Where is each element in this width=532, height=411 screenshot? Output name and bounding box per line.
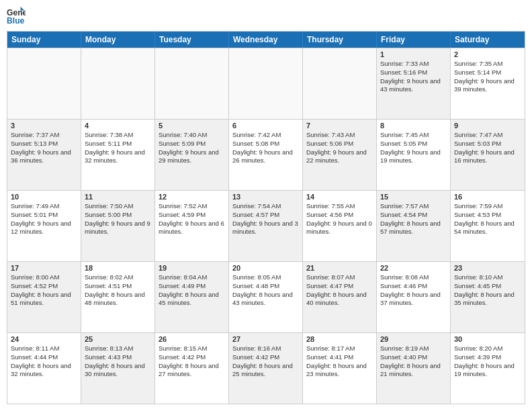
calendar-cell: 1Sunrise: 7:33 AM Sunset: 5:16 PM Daylig…: [377, 48, 451, 119]
calendar-week-5: 24Sunrise: 8:11 AM Sunset: 4:44 PM Dayli…: [7, 332, 525, 404]
day-number: 23: [454, 264, 521, 272]
day-number: 20: [232, 264, 299, 272]
calendar-cell: 28Sunrise: 8:17 AM Sunset: 4:41 PM Dayli…: [303, 333, 377, 404]
day-info: Sunrise: 8:10 AM Sunset: 4:45 PM Dayligh…: [454, 273, 521, 308]
day-number: 25: [85, 335, 151, 343]
day-number: 19: [159, 264, 225, 272]
day-number: 22: [380, 264, 447, 272]
calendar-cell: 13Sunrise: 7:54 AM Sunset: 4:57 PM Dayli…: [229, 191, 303, 261]
calendar-cell: 11Sunrise: 7:50 AM Sunset: 5:00 PM Dayli…: [81, 191, 155, 261]
day-info: Sunrise: 8:04 AM Sunset: 4:49 PM Dayligh…: [159, 273, 225, 308]
calendar-week-2: 3Sunrise: 7:37 AM Sunset: 5:13 PM Daylig…: [7, 119, 525, 190]
calendar-week-3: 10Sunrise: 7:49 AM Sunset: 5:01 PM Dayli…: [7, 190, 525, 261]
day-info: Sunrise: 7:50 AM Sunset: 5:00 PM Dayligh…: [85, 202, 151, 236]
day-info: Sunrise: 7:40 AM Sunset: 5:09 PM Dayligh…: [159, 131, 225, 165]
day-number: 27: [232, 335, 299, 343]
calendar-cell: 7Sunrise: 7:43 AM Sunset: 5:06 PM Daylig…: [303, 120, 377, 190]
calendar-cell: 17Sunrise: 8:00 AM Sunset: 4:52 PM Dayli…: [7, 262, 81, 332]
calendar-cell: 5Sunrise: 7:40 AM Sunset: 5:09 PM Daylig…: [155, 120, 229, 190]
calendar-cell: 14Sunrise: 7:55 AM Sunset: 4:56 PM Dayli…: [303, 191, 377, 261]
day-info: Sunrise: 8:11 AM Sunset: 4:44 PM Dayligh…: [11, 345, 77, 379]
calendar-cell: 25Sunrise: 8:13 AM Sunset: 4:43 PM Dayli…: [81, 333, 155, 404]
calendar-cell: [81, 48, 155, 119]
day-number: 9: [454, 122, 521, 130]
calendar-cell: 4Sunrise: 7:38 AM Sunset: 5:11 PM Daylig…: [81, 120, 155, 190]
day-info: Sunrise: 7:35 AM Sunset: 5:14 PM Dayligh…: [454, 60, 521, 94]
calendar-cell: 3Sunrise: 7:37 AM Sunset: 5:13 PM Daylig…: [7, 120, 81, 190]
day-number: 5: [159, 122, 225, 130]
day-number: 14: [306, 193, 373, 201]
calendar-cell: 18Sunrise: 8:02 AM Sunset: 4:51 PM Dayli…: [81, 262, 155, 332]
day-info: Sunrise: 7:54 AM Sunset: 4:57 PM Dayligh…: [232, 202, 299, 236]
calendar-cell: 16Sunrise: 7:59 AM Sunset: 4:53 PM Dayli…: [451, 191, 525, 261]
day-number: 7: [306, 122, 373, 130]
calendar-cell: [229, 48, 303, 119]
day-info: Sunrise: 7:49 AM Sunset: 5:01 PM Dayligh…: [11, 202, 77, 236]
day-number: 21: [306, 264, 373, 272]
day-info: Sunrise: 7:52 AM Sunset: 4:59 PM Dayligh…: [159, 202, 225, 236]
svg-text:Blue: Blue: [7, 16, 25, 26]
day-info: Sunrise: 7:37 AM Sunset: 5:13 PM Dayligh…: [11, 131, 77, 165]
day-number: 29: [380, 335, 447, 343]
header-day-sunday: Sunday: [7, 32, 81, 48]
day-info: Sunrise: 8:19 AM Sunset: 4:40 PM Dayligh…: [380, 345, 447, 379]
calendar-week-1: 1Sunrise: 7:33 AM Sunset: 5:16 PM Daylig…: [7, 48, 525, 119]
calendar-cell: [7, 48, 81, 119]
header: General Blue: [7, 7, 525, 26]
day-info: Sunrise: 8:02 AM Sunset: 4:51 PM Dayligh…: [85, 273, 151, 308]
calendar-cell: 21Sunrise: 8:07 AM Sunset: 4:47 PM Dayli…: [303, 262, 377, 332]
day-info: Sunrise: 7:43 AM Sunset: 5:06 PM Dayligh…: [306, 131, 373, 165]
day-info: Sunrise: 8:20 AM Sunset: 4:39 PM Dayligh…: [454, 345, 521, 379]
header-day-saturday: Saturday: [451, 32, 525, 48]
day-info: Sunrise: 8:16 AM Sunset: 4:42 PM Dayligh…: [232, 345, 299, 379]
day-number: 16: [454, 193, 521, 201]
header-day-tuesday: Tuesday: [155, 32, 229, 48]
calendar-header: SundayMondayTuesdayWednesdayThursdayFrid…: [7, 32, 525, 48]
day-number: 24: [11, 335, 77, 343]
day-number: 26: [159, 335, 225, 343]
day-info: Sunrise: 7:42 AM Sunset: 5:08 PM Dayligh…: [232, 131, 299, 165]
calendar-cell: 26Sunrise: 8:15 AM Sunset: 4:42 PM Dayli…: [155, 333, 229, 404]
calendar-cell: 22Sunrise: 8:08 AM Sunset: 4:46 PM Dayli…: [377, 262, 451, 332]
day-number: 18: [85, 264, 151, 272]
day-number: 2: [454, 50, 521, 58]
day-number: 13: [232, 193, 299, 201]
day-info: Sunrise: 7:38 AM Sunset: 5:11 PM Dayligh…: [85, 131, 151, 165]
header-day-monday: Monday: [81, 32, 155, 48]
calendar-cell: 29Sunrise: 8:19 AM Sunset: 4:40 PM Dayli…: [377, 333, 451, 404]
day-info: Sunrise: 8:00 AM Sunset: 4:52 PM Dayligh…: [11, 273, 77, 308]
day-number: 1: [380, 50, 447, 58]
logo-icon: General Blue: [7, 7, 26, 26]
day-info: Sunrise: 7:57 AM Sunset: 4:54 PM Dayligh…: [380, 202, 447, 236]
calendar-cell: 6Sunrise: 7:42 AM Sunset: 5:08 PM Daylig…: [229, 120, 303, 190]
calendar-cell: 30Sunrise: 8:20 AM Sunset: 4:39 PM Dayli…: [451, 333, 525, 404]
logo: General Blue: [7, 7, 26, 26]
day-info: Sunrise: 7:45 AM Sunset: 5:05 PM Dayligh…: [380, 131, 447, 165]
calendar-cell: 9Sunrise: 7:47 AM Sunset: 5:03 PM Daylig…: [451, 120, 525, 190]
day-info: Sunrise: 8:05 AM Sunset: 4:48 PM Dayligh…: [232, 273, 299, 308]
calendar-cell: 20Sunrise: 8:05 AM Sunset: 4:48 PM Dayli…: [229, 262, 303, 332]
calendar-cell: [155, 48, 229, 119]
day-info: Sunrise: 8:13 AM Sunset: 4:43 PM Dayligh…: [85, 345, 151, 379]
calendar-cell: 12Sunrise: 7:52 AM Sunset: 4:59 PM Dayli…: [155, 191, 229, 261]
day-number: 15: [380, 193, 447, 201]
day-number: 11: [85, 193, 151, 201]
day-number: 17: [11, 264, 77, 272]
day-info: Sunrise: 7:59 AM Sunset: 4:53 PM Dayligh…: [454, 202, 521, 236]
calendar-cell: 8Sunrise: 7:45 AM Sunset: 5:05 PM Daylig…: [377, 120, 451, 190]
calendar-cell: 27Sunrise: 8:16 AM Sunset: 4:42 PM Dayli…: [229, 333, 303, 404]
calendar-cell: 23Sunrise: 8:10 AM Sunset: 4:45 PM Dayli…: [451, 262, 525, 332]
calendar-cell: 24Sunrise: 8:11 AM Sunset: 4:44 PM Dayli…: [7, 333, 81, 404]
calendar-week-4: 17Sunrise: 8:00 AM Sunset: 4:52 PM Dayli…: [7, 261, 525, 332]
calendar-cell: 10Sunrise: 7:49 AM Sunset: 5:01 PM Dayli…: [7, 191, 81, 261]
day-info: Sunrise: 8:17 AM Sunset: 4:41 PM Dayligh…: [306, 345, 373, 379]
calendar-cell: 19Sunrise: 8:04 AM Sunset: 4:49 PM Dayli…: [155, 262, 229, 332]
calendar-cell: 15Sunrise: 7:57 AM Sunset: 4:54 PM Dayli…: [377, 191, 451, 261]
day-number: 10: [11, 193, 77, 201]
day-info: Sunrise: 7:33 AM Sunset: 5:16 PM Dayligh…: [380, 60, 447, 94]
day-info: Sunrise: 8:07 AM Sunset: 4:47 PM Dayligh…: [306, 273, 373, 308]
day-number: 28: [306, 335, 373, 343]
day-number: 12: [159, 193, 225, 201]
header-day-thursday: Thursday: [303, 32, 377, 48]
day-info: Sunrise: 7:55 AM Sunset: 4:56 PM Dayligh…: [306, 202, 373, 236]
